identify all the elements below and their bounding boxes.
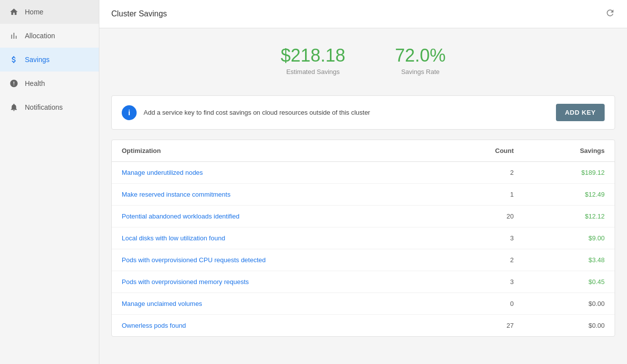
home-icon [9, 7, 19, 17]
savings-cell: $0.45 [524, 271, 615, 293]
sidebar: Home Allocation Savings Health Notificat… [0, 0, 99, 364]
count-cell: 27 [445, 315, 524, 337]
savings-cell: $12.49 [524, 184, 615, 206]
count-cell: 0 [445, 293, 524, 315]
optimization-link[interactable]: Ownerless pods found [112, 315, 445, 337]
add-key-button[interactable]: ADD KEY [556, 104, 605, 121]
sidebar-item-label: Notifications [25, 103, 63, 111]
sidebar-item-health[interactable]: Health [0, 72, 99, 95]
estimated-savings-value: $218.18 [281, 45, 345, 66]
col-savings: Savings [524, 140, 615, 162]
count-cell: 3 [445, 271, 524, 293]
table-row: Pods with overprovisioned memory request… [112, 271, 615, 293]
optimization-link[interactable]: Pods with overprovisioned CPU requests d… [112, 249, 445, 271]
savings-cell: $9.00 [524, 227, 615, 249]
stats-row: $218.18 Estimated Savings 72.0% Savings … [111, 40, 615, 85]
table-header-row: Optimization Count Savings [112, 140, 615, 162]
sidebar-item-label: Health [25, 79, 45, 87]
optimization-link[interactable]: Make reserved instance commitments [112, 184, 445, 206]
count-cell: 3 [445, 227, 524, 249]
bell-icon [9, 102, 19, 112]
warning-circle-icon [9, 78, 19, 88]
sidebar-item-label: Home [25, 8, 43, 16]
savings-cell: $0.00 [524, 315, 615, 337]
savings-cell: $189.12 [524, 162, 615, 184]
table-row: Manage unclaimed volumes0$0.00 [112, 293, 615, 315]
table-row: Make reserved instance commitments1$12.4… [112, 184, 615, 206]
optimization-link[interactable]: Pods with overprovisioned memory request… [112, 271, 445, 293]
optimization-link[interactable]: Potential abandoned workloads identified [112, 206, 445, 227]
optimizations-table: Optimization Count Savings Manage underu… [112, 140, 615, 336]
optimization-link[interactable]: Manage unclaimed volumes [112, 293, 445, 315]
col-count: Count [445, 140, 524, 162]
refresh-button[interactable] [605, 8, 615, 20]
banner-text: Add a service key to find cost savings o… [144, 109, 549, 116]
table-row: Local disks with low utilization found3$… [112, 227, 615, 249]
sidebar-item-allocation[interactable]: Allocation [0, 24, 99, 48]
dollar-icon [9, 55, 19, 65]
sidebar-item-home[interactable]: Home [0, 0, 99, 24]
estimated-savings-stat: $218.18 Estimated Savings [281, 45, 345, 75]
estimated-savings-label: Estimated Savings [281, 68, 345, 75]
sidebar-item-savings[interactable]: Savings [0, 48, 99, 72]
count-cell: 2 [445, 162, 524, 184]
col-optimization: Optimization [112, 140, 445, 162]
savings-cell: $12.12 [524, 206, 615, 227]
table-row: Ownerless pods found27$0.00 [112, 315, 615, 337]
page-header: Cluster Savings [99, 0, 627, 28]
table-row: Pods with overprovisioned CPU requests d… [112, 249, 615, 271]
savings-rate-label: Savings Rate [395, 68, 446, 75]
sidebar-item-label: Savings [25, 56, 50, 64]
optimizations-table-container: Optimization Count Savings Manage underu… [111, 140, 615, 337]
optimization-link[interactable]: Manage underutilized nodes [112, 162, 445, 184]
bar-chart-icon [9, 31, 19, 41]
sidebar-item-label: Allocation [25, 32, 55, 40]
sidebar-item-notifications[interactable]: Notifications [0, 95, 99, 119]
count-cell: 1 [445, 184, 524, 206]
page-title: Cluster Savings [111, 9, 167, 18]
service-key-banner: i Add a service key to find cost savings… [111, 95, 615, 130]
savings-rate-value: 72.0% [395, 45, 446, 66]
savings-cell: $0.00 [524, 293, 615, 315]
count-cell: 2 [445, 249, 524, 271]
count-cell: 20 [445, 206, 524, 227]
optimization-link[interactable]: Local disks with low utilization found [112, 227, 445, 249]
table-row: Potential abandoned workloads identified… [112, 206, 615, 227]
savings-cell: $3.48 [524, 249, 615, 271]
savings-rate-stat: 72.0% Savings Rate [395, 45, 446, 75]
table-row: Manage underutilized nodes2$189.12 [112, 162, 615, 184]
main-content: Cluster Savings $218.18 Estimated Saving… [99, 0, 627, 364]
content-area: $218.18 Estimated Savings 72.0% Savings … [99, 28, 627, 349]
info-icon: i [122, 105, 137, 120]
